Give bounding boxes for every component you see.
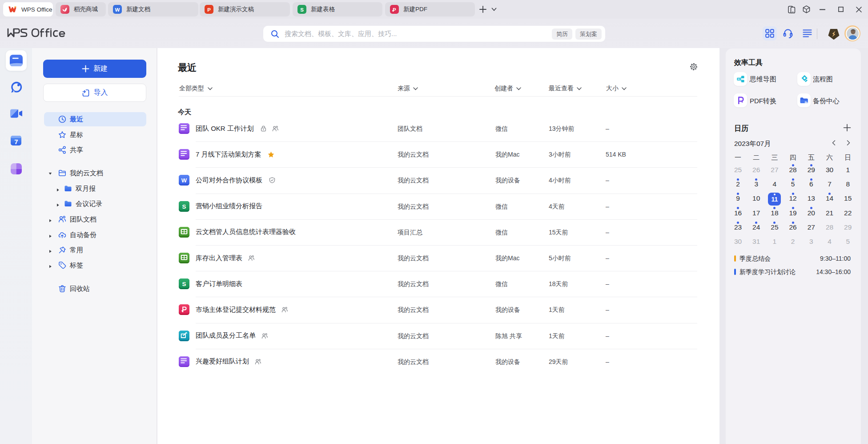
- svg-text:S: S: [182, 281, 186, 287]
- svg-text:P: P: [207, 7, 211, 12]
- svg-text:W: W: [181, 177, 187, 184]
- svg-text:W: W: [115, 7, 120, 12]
- svg-text:7: 7: [14, 138, 18, 145]
- svg-text:S: S: [182, 203, 186, 210]
- svg-text:S: S: [300, 7, 304, 12]
- svg-text:P: P: [393, 7, 396, 12]
